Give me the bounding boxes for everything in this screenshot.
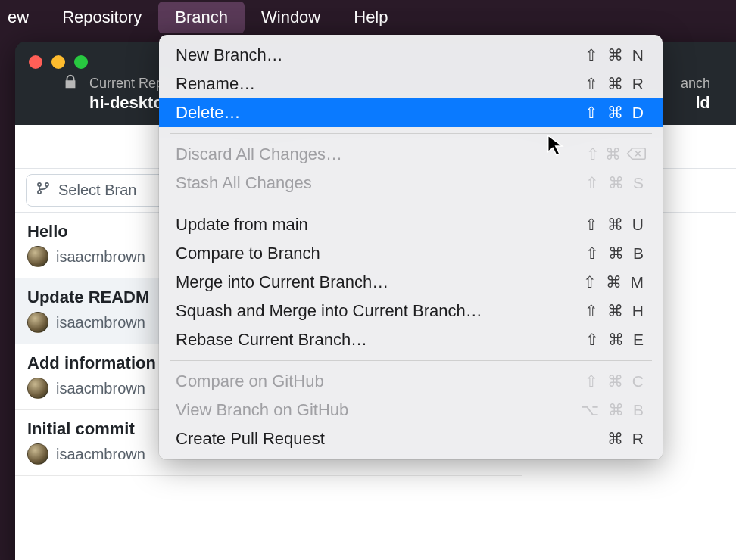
commit-author: isaacmbrown: [56, 314, 145, 331]
backspace-icon: [626, 145, 646, 163]
menu-item-label: Squash and Merge into Current Branch…: [176, 301, 482, 321]
lock-icon: [62, 73, 79, 93]
svg-point-0: [38, 183, 41, 186]
menu-item-label: Delete…: [176, 103, 241, 123]
menu-item-shortcut: ⇧ ⌘ M: [583, 273, 646, 291]
menu-item-rename[interactable]: Rename…⇧ ⌘ R: [159, 70, 663, 98]
menu-item-compare-to-branch[interactable]: Compare to Branch⇧ ⌘ B: [159, 239, 663, 268]
menu-item-view-branch-on-github: View Branch on GitHub⌥ ⌘ B: [159, 396, 663, 425]
menu-item-label: Rename…: [176, 74, 255, 94]
menu-item-merge-into-current-branch[interactable]: Merge into Current Branch…⇧ ⌘ M: [159, 268, 663, 297]
menu-item-label: Compare on GitHub: [176, 372, 324, 391]
menu-item-shortcut: ⌥ ⌘ B: [581, 401, 646, 419]
menu-item-label: New Branch…: [176, 45, 283, 65]
menu-item-label: Create Pull Request: [176, 429, 325, 449]
minimize-window-button[interactable]: [51, 55, 65, 69]
menu-item-create-pull-request[interactable]: Create Pull Request⌘ R: [159, 425, 663, 453]
menubar-item-window[interactable]: Window: [245, 2, 337, 33]
avatar: [27, 378, 48, 399]
menubar-item-repository[interactable]: Repository: [45, 2, 158, 33]
menu-item-delete[interactable]: Delete…⇧ ⌘ D: [159, 98, 663, 127]
menu-item-update-from-main[interactable]: Update from main⇧ ⌘ U: [159, 210, 663, 239]
menu-separator: [170, 133, 652, 134]
menu-item-shortcut: ⇧ ⌘ R: [585, 75, 646, 93]
branch-label-frag: anch: [681, 76, 710, 92]
traffic-lights: [29, 55, 88, 69]
mouse-cursor: [547, 135, 566, 160]
commit-author: isaacmbrown: [56, 380, 145, 397]
menu-item-label: Stash All Changes: [176, 173, 312, 193]
avatar: [27, 443, 48, 465]
menu-item-compare-on-github: Compare on GitHub⇧ ⌘ C: [159, 367, 663, 396]
menu-separator: [170, 360, 652, 361]
menu-item-rebase-current-branch[interactable]: Rebase Current Branch…⇧ ⌘ E: [159, 325, 663, 354]
current-branch-selector-fragment[interactable]: anch ld: [667, 42, 736, 125]
menubar-item-ew[interactable]: ew: [5, 2, 45, 33]
menu-item-shortcut: ⇧⌘: [586, 145, 646, 163]
svg-point-1: [38, 191, 41, 194]
menu-item-discard-all-changes: Discard All Changes…⇧⌘: [159, 140, 663, 169]
menu-item-shortcut: ⇧ ⌘ B: [585, 244, 646, 263]
branch-value-frag: ld: [695, 93, 710, 113]
menubar-item-branch[interactable]: Branch: [158, 2, 245, 33]
avatar: [27, 246, 48, 267]
menu-item-label: Merge into Current Branch…: [176, 272, 388, 292]
fullscreen-window-button[interactable]: [74, 55, 88, 69]
menu-item-squash-and-merge-into-current-branch[interactable]: Squash and Merge into Current Branch…⇧ ⌘…: [159, 297, 663, 325]
commit-author: isaacmbrown: [56, 446, 145, 463]
menu-item-label: Compare to Branch: [176, 244, 320, 263]
menu-item-label: Discard All Changes…: [176, 145, 342, 164]
avatar: [27, 312, 48, 333]
menu-item-stash-all-changes: Stash All Changes⇧ ⌘ S: [159, 169, 663, 198]
branch-menu-dropdown: New Branch…⇧ ⌘ NRename…⇧ ⌘ RDelete…⇧ ⌘ D…: [159, 35, 663, 459]
menubar: ewRepositoryBranchWindowHelp: [0, 0, 736, 35]
commit-author: isaacmbrown: [56, 248, 145, 266]
menu-item-shortcut: ⇧ ⌘ U: [585, 216, 646, 234]
menu-item-shortcut: ⇧ ⌘ N: [585, 46, 646, 64]
menu-separator: [170, 204, 652, 204]
menu-item-label: Update from main: [176, 215, 308, 235]
menu-item-shortcut: ⇧ ⌘ E: [585, 331, 646, 349]
menu-item-shortcut: ⌘ R: [607, 430, 646, 448]
svg-point-2: [45, 183, 48, 186]
close-window-button[interactable]: [29, 55, 42, 69]
menu-item-shortcut: ⇧ ⌘ D: [585, 104, 646, 122]
menu-item-label: Rebase Current Branch…: [176, 330, 367, 350]
menu-item-shortcut: ⇧ ⌘ S: [585, 174, 646, 192]
menu-item-shortcut: ⇧ ⌘ H: [585, 302, 646, 320]
menubar-item-help[interactable]: Help: [337, 2, 404, 33]
git-branch-icon: [36, 181, 51, 200]
menu-item-shortcut: ⇧ ⌘ C: [585, 372, 646, 390]
menu-item-new-branch[interactable]: New Branch…⇧ ⌘ N: [159, 41, 663, 70]
branch-filter-placeholder: Select Bran: [58, 182, 136, 199]
menu-item-label: View Branch on GitHub: [176, 400, 348, 420]
